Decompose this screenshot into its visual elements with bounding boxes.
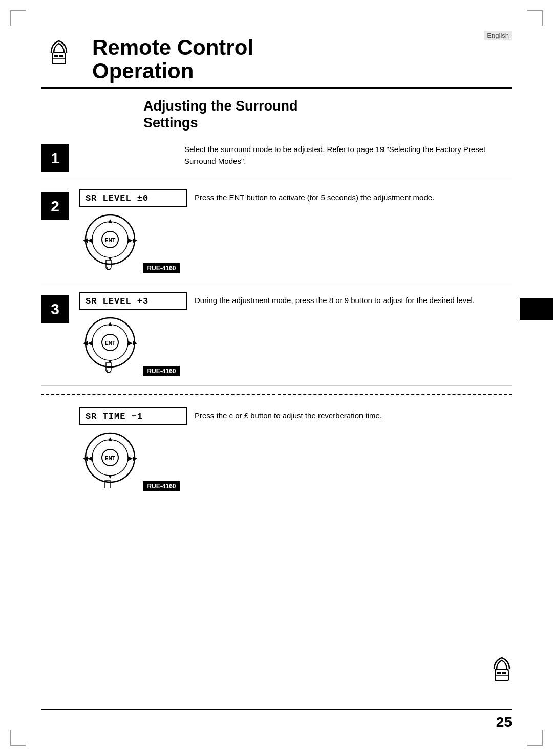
page-container: English Remote Control Operation Adjusti… [0, 0, 553, 756]
step-2-text: Press the ENT button to activate (for 5 … [195, 189, 512, 204]
black-accent-rect [520, 298, 553, 320]
step-1-number: 1 [41, 144, 69, 172]
svg-text:ENT: ENT [105, 237, 115, 243]
main-title: Remote Control Operation [92, 36, 512, 83]
bottom-line [41, 709, 512, 710]
svg-rect-0 [52, 53, 66, 64]
header-title-block: English Remote Control Operation [92, 31, 512, 83]
svg-rect-2 [59, 55, 63, 57]
svg-text:▼: ▼ [107, 358, 113, 365]
step-3-rue-label: RUE-4160 [143, 366, 180, 376]
step-2-rue-label: RUE-4160 [143, 263, 180, 273]
svg-text:◀◀: ◀◀ [83, 236, 93, 244]
dashed-line [41, 394, 512, 395]
svg-text:◀◀: ◀◀ [83, 455, 93, 462]
language-label: English [484, 31, 512, 40]
step-2-visual: SR LEVEL ±0 ENT ▲ ▼ ◀◀ ▶▶ RUE-4160 [79, 189, 187, 273]
svg-text:▼: ▼ [107, 473, 113, 480]
section-title: Adjusting the Surround Settings [41, 98, 512, 131]
step-3-row: 3 SR LEVEL +3 ENT ▲ ▼ ◀◀ ▶▶ RUE-4160 Dur… [41, 283, 512, 386]
corner-mark-br [527, 730, 543, 746]
svg-text:◀◀: ◀◀ [83, 339, 93, 347]
step-2-row: 2 SR LEVEL ±0 ENT ▲ ▼ ◀◀ ▶▶ [41, 180, 512, 283]
extra-visual: SR TIME −1 ENT ▲ ▼ ◀◀ ▶▶ RUE-4160 [79, 407, 187, 491]
svg-text:▶▶: ▶▶ [128, 339, 138, 347]
svg-text:▲: ▲ [107, 217, 113, 224]
svg-text:▲: ▲ [107, 320, 113, 327]
svg-rect-1 [54, 55, 58, 57]
corner-mark-tl [10, 10, 26, 26]
step-2-dial-icon: ENT ▲ ▼ ◀◀ ▶▶ [79, 211, 141, 270]
svg-rect-28 [495, 669, 508, 681]
extra-dial-icon: ENT ▲ ▼ ◀◀ ▶▶ [79, 429, 141, 488]
page-number: 25 [496, 714, 512, 730]
step-1-row: 1 Select the surround mode to be adjuste… [41, 134, 512, 180]
step-1-text: Select the surround mode to be adjusted.… [184, 141, 512, 167]
step-3-dial-icon: ENT ▲ ▼ ◀◀ ▶▶ [79, 314, 141, 373]
corner-mark-tr [527, 10, 543, 26]
extra-section-row: SR TIME −1 ENT ▲ ▼ ◀◀ ▶▶ RUE-4160 Press … [41, 402, 512, 496]
step-3-display: SR LEVEL +3 [79, 292, 187, 310]
dashed-separator-area: SR TIME −1 ENT ▲ ▼ ◀◀ ▶▶ RUE-4160 Press … [41, 394, 512, 496]
svg-rect-30 [502, 672, 506, 674]
remote-signal-icon-bottom [484, 652, 520, 689]
svg-text:ENT: ENT [105, 456, 115, 461]
remote-signal-icon [41, 35, 82, 73]
step-3-text: During the adjustment mode, press the 8 … [195, 292, 512, 307]
extra-text: Press the c or £ button to adjust the re… [195, 407, 512, 422]
extra-rue-label: RUE-4160 [143, 481, 180, 491]
step-2-display: SR LEVEL ±0 [79, 189, 187, 207]
svg-text:▼: ▼ [107, 255, 113, 262]
header: English Remote Control Operation [41, 31, 512, 89]
step-2-number: 2 [41, 192, 69, 220]
step-3-visual: SR LEVEL +3 ENT ▲ ▼ ◀◀ ▶▶ RUE-4160 [79, 292, 187, 376]
extra-display: SR TIME −1 [79, 407, 187, 425]
corner-mark-bl [10, 730, 26, 746]
svg-rect-29 [497, 672, 501, 674]
svg-text:▲: ▲ [107, 435, 113, 442]
svg-text:ENT: ENT [105, 340, 115, 346]
svg-text:▶▶: ▶▶ [128, 455, 138, 462]
svg-text:▶▶: ▶▶ [128, 236, 138, 244]
step-3-number: 3 [41, 295, 69, 323]
